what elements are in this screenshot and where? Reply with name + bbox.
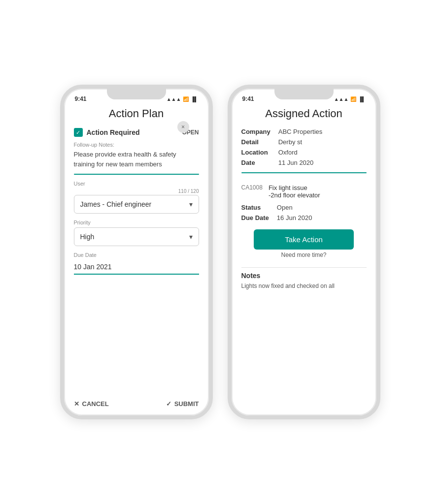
user-dropdown[interactable]: James - Chief engineer ▾ bbox=[74, 195, 199, 214]
submit-label: SUBMIT bbox=[174, 400, 199, 408]
info-divider bbox=[241, 172, 367, 173]
status-time-left: 9:41 bbox=[75, 95, 87, 102]
due-date-input[interactable] bbox=[74, 260, 199, 275]
signal-icon-right: ▲▲▲ bbox=[334, 96, 349, 102]
phone-notch-left bbox=[107, 89, 166, 99]
screen-title-left: Action Plan bbox=[74, 107, 199, 120]
date-key: Date bbox=[241, 159, 271, 166]
wifi-icon-right: 📶 bbox=[350, 96, 356, 102]
priority-dropdown-value: High bbox=[80, 233, 95, 241]
status-value: Open bbox=[277, 204, 367, 211]
due-date-key-right: Due Date bbox=[241, 214, 269, 221]
action-desc: Fix light issue-2nd floor elevator bbox=[269, 184, 367, 199]
char-count: 110 / 120 bbox=[74, 189, 199, 194]
priority-label: Priority bbox=[74, 220, 199, 225]
notes-divider-right bbox=[241, 267, 367, 268]
action-required-left: ✓ Action Required bbox=[74, 128, 140, 137]
phone-content-right: Assigned Action Company ABC Properties D… bbox=[232, 104, 376, 415]
close-button-left[interactable]: × bbox=[177, 121, 189, 133]
due-date-label-left: Due Date bbox=[74, 252, 199, 258]
submit-check-icon: ✓ bbox=[166, 400, 171, 408]
user-label: User bbox=[74, 181, 199, 187]
notes-divider bbox=[74, 174, 199, 175]
submit-button[interactable]: ✓ SUBMIT bbox=[166, 400, 199, 408]
signal-icon-left: ▲▲▲ bbox=[167, 96, 181, 102]
phone-content-left: Action Plan × ✓ Action Required OPEN Fol… bbox=[64, 104, 209, 415]
notes-section-text: Lights now fixed and checked on all bbox=[241, 282, 367, 290]
screen-title-right: Assigned Action bbox=[241, 107, 367, 120]
status-time-right: 9:41 bbox=[242, 95, 254, 102]
take-action-button[interactable]: Take Action bbox=[254, 229, 354, 250]
page-wrapper: 9:41 ▲▲▲ 📶 ▐▌ Action Plan × ✓ Action Req… bbox=[0, 0, 440, 504]
action-item-row: CA1008 Fix light issue-2nd floor elevato… bbox=[241, 184, 367, 199]
cancel-x-icon: ✕ bbox=[74, 400, 79, 408]
phone-action-plan: 9:41 ▲▲▲ 📶 ▐▌ Action Plan × ✓ Action Req… bbox=[60, 85, 213, 419]
detail-value: Derby st bbox=[278, 138, 367, 146]
notes-section-title: Notes bbox=[241, 272, 367, 280]
priority-dropdown[interactable]: High ▾ bbox=[74, 227, 199, 246]
action-required-label: Action Required bbox=[87, 128, 140, 136]
location-key: Location bbox=[241, 149, 271, 156]
company-value: ABC Properties bbox=[278, 128, 367, 135]
followup-label: Follow-up Notes: bbox=[74, 142, 199, 148]
status-key: Status bbox=[241, 204, 269, 211]
location-value: Oxford bbox=[278, 149, 367, 156]
status-icons-left: ▲▲▲ 📶 ▐▌ bbox=[167, 96, 198, 102]
battery-icon-right: ▐▌ bbox=[358, 96, 365, 102]
cancel-label: CANCEL bbox=[82, 400, 109, 408]
phone-notch-right bbox=[274, 89, 334, 99]
battery-icon-left: ▐▌ bbox=[191, 96, 198, 102]
status-grid: Status Open Due Date 16 Jun 2020 bbox=[241, 204, 367, 221]
action-code: CA1008 bbox=[241, 184, 263, 199]
notes-text-left: Please provide extra health & safety tra… bbox=[74, 150, 199, 169]
wifi-icon-left: 📶 bbox=[183, 96, 189, 102]
checkbox-teal[interactable]: ✓ bbox=[74, 128, 83, 137]
title-area-left: Action Plan × bbox=[74, 104, 199, 128]
status-icons-right: ▲▲▲ 📶 ▐▌ bbox=[334, 96, 366, 102]
phone-assigned-action: 9:41 ▲▲▲ 📶 ▐▌ Assigned Action Company AB… bbox=[228, 85, 380, 419]
priority-dropdown-arrow: ▾ bbox=[189, 233, 193, 241]
bottom-actions: ✕ CANCEL ✓ SUBMIT bbox=[74, 396, 199, 408]
due-date-value-right: 16 Jun 2020 bbox=[277, 214, 367, 221]
need-more-time[interactable]: Need more time? bbox=[241, 252, 367, 258]
detail-key: Detail bbox=[241, 138, 271, 146]
info-grid: Company ABC Properties Detail Derby st L… bbox=[241, 128, 367, 166]
date-value: 11 Jun 2020 bbox=[278, 159, 367, 166]
user-dropdown-arrow: ▾ bbox=[189, 200, 193, 208]
company-key: Company bbox=[241, 128, 271, 135]
cancel-button[interactable]: ✕ CANCEL bbox=[74, 400, 109, 408]
user-dropdown-value: James - Chief engineer bbox=[80, 200, 152, 208]
